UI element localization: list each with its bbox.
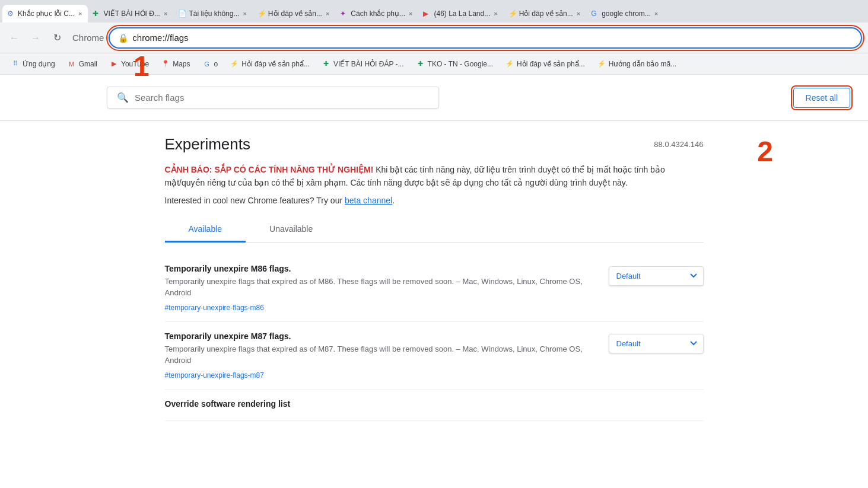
tab-favicon: G xyxy=(591,9,599,18)
beta-channel-link[interactable]: beta channel xyxy=(345,196,392,205)
flag-desc-m86: Temporarily unexpire flags that expired … xyxy=(165,276,597,299)
tab-item[interactable]: ✦ Cách khắc phụ... × xyxy=(335,5,418,23)
bookmark-label: Gmail xyxy=(79,60,97,68)
tab-item[interactable]: 📄 Tài liệu không... × xyxy=(173,5,252,23)
page-content: 🔍 Reset all Experiments 88.0.4324.146 CẢ… xyxy=(0,75,868,488)
lock-icon: 🔒 xyxy=(117,32,129,44)
experiments-header: Experiments 88.0.4324.146 xyxy=(165,135,704,154)
bookmark-label: TKO - TN - Google... xyxy=(428,60,493,68)
forward-button[interactable]: → xyxy=(27,30,44,46)
tab-favicon: 📄 xyxy=(178,9,186,18)
flag-name-override: Override software rendering list xyxy=(165,399,704,409)
address-bar-row: ← → ↻ Chrome 🔒 xyxy=(0,23,868,53)
tab-close-icon[interactable]: × xyxy=(325,9,330,18)
flag-name-m87: Temporarily unexpire M87 flags. xyxy=(165,331,597,341)
youtube-icon: ▶ xyxy=(109,59,119,69)
bookmarks-bar: ⠿ Ứng dụng M Gmail ▶ YouTube 📍 Maps G o … xyxy=(0,53,868,75)
tab-favicon: ⚡ xyxy=(508,9,517,18)
page-title: Experiments xyxy=(165,135,251,154)
top-bar: 🔍 Reset all xyxy=(0,75,868,121)
tabs-container: Available Unavailable xyxy=(165,217,704,243)
tab-favicon: ✚ xyxy=(93,9,101,18)
bookmark-hoidap1[interactable]: ⚡ Hỏi đáp về sản phẩ... xyxy=(225,57,314,71)
search-container: 🔍 xyxy=(107,87,439,109)
chrome-label: Chrome xyxy=(72,33,104,43)
bookmark-apps[interactable]: ⠿ Ứng dụng xyxy=(6,57,60,71)
maps-icon: 📍 xyxy=(161,59,170,69)
tko-icon: ✚ xyxy=(416,59,425,69)
tab-label: Cách khắc phụ... xyxy=(351,9,405,18)
tab-close-icon[interactable]: × xyxy=(77,9,83,18)
bookmark-label: Hướng dẫn bảo mã... xyxy=(609,60,676,68)
bookmark-maps[interactable]: 📍 Maps xyxy=(156,57,195,71)
flag-name-m86: Temporarily unexpire M86 flags. xyxy=(165,264,597,273)
bookmark-huongdan[interactable]: ⚡ Hướng dẫn bảo mã... xyxy=(592,57,681,71)
tab-close-icon[interactable]: × xyxy=(576,9,581,18)
tab-close-icon[interactable]: × xyxy=(408,9,414,18)
bookmark-tko[interactable]: ✚ TKO - TN - Google... xyxy=(411,57,498,71)
flag-info-m86: Temporarily unexpire M86 flags. Temporar… xyxy=(165,264,597,312)
tab-label: Tài liệu không... xyxy=(189,9,239,18)
bookmark-label: Hỏi đáp về sản phẩ... xyxy=(241,60,310,68)
flag-item-m87: Temporarily unexpire M87 flags. Temporar… xyxy=(165,322,704,390)
tab-label: Khắc phục lỗi C... xyxy=(18,9,75,18)
reload-button[interactable]: ↻ xyxy=(49,30,65,46)
annotation-2: 2 xyxy=(757,138,773,166)
reset-all-button[interactable]: Reset all xyxy=(793,88,850,108)
apps-icon: ⠿ xyxy=(11,59,20,69)
bookmark-gmail[interactable]: M Gmail xyxy=(62,57,102,71)
gmail-icon: M xyxy=(67,59,77,69)
flag-select-m86[interactable]: Default Enabled Disabled xyxy=(609,266,704,286)
tab-item[interactable]: ⚡ Hỏi đáp về sản... × xyxy=(504,5,586,23)
flag-link-m86[interactable]: #temporary-unexpire-flags-m86 xyxy=(165,304,264,312)
annotation-1: 1 xyxy=(133,52,150,81)
bookmark-label: VIẾT BÀI HỎI ĐÁP -... xyxy=(333,60,404,68)
active-tab[interactable]: ⚙ Khắc phục lỗi C... × xyxy=(2,5,88,23)
bookmark-viet1[interactable]: ✚ VIẾT BÀI HỎI ĐÁP -... xyxy=(317,57,409,71)
bookmark-label: Hỏi đáp về sản phẩ... xyxy=(517,60,585,68)
tab-label: (46) La La Land... xyxy=(434,9,490,18)
search-icon: 🔍 xyxy=(117,92,129,103)
hoidap1-icon: ⚡ xyxy=(230,59,239,69)
interested-prefix: Interested in cool new Chrome features? … xyxy=(165,196,345,205)
tab-available[interactable]: Available xyxy=(165,217,246,243)
back-button[interactable]: ← xyxy=(6,30,23,46)
bookmark-google[interactable]: G o xyxy=(198,57,223,71)
tab-item[interactable]: ⚡ Hỏi đáp về sản... × xyxy=(253,5,335,23)
address-field[interactable]: 🔒 xyxy=(109,27,862,49)
flag-item-m86: Temporarily unexpire M86 flags. Temporar… xyxy=(165,254,704,322)
viet1-icon: ✚ xyxy=(322,59,331,69)
flag-link-m87[interactable]: #temporary-unexpire-flags-m87 xyxy=(165,371,264,379)
flags-list: Temporarily unexpire M86 flags. Temporar… xyxy=(165,243,704,421)
bookmark-label: o xyxy=(214,60,218,68)
search-input[interactable] xyxy=(135,93,429,103)
google-icon: G xyxy=(202,59,212,69)
tab-label: VIẾT BÀI HỎI Đ... xyxy=(103,9,160,18)
tab-close-icon[interactable]: × xyxy=(163,9,168,18)
tab-close-icon[interactable]: × xyxy=(653,9,659,18)
experiments-section: Experiments 88.0.4324.146 CẢNH BÁO: SẮP … xyxy=(155,121,713,421)
flag-desc-m87: Temporarily unexpire flags that expired … xyxy=(165,343,597,366)
flag-item-override: Override software rendering list xyxy=(165,390,704,421)
warning-title: CẢNH BÁO: SẮP CÓ CÁC TÍNH NĂNG THỬ NGHIỆ… xyxy=(165,165,374,174)
tab-item[interactable]: G google chrom... × xyxy=(586,5,664,23)
tab-close-icon[interactable]: × xyxy=(492,9,498,18)
browser-tabs: ⚙ Khắc phục lỗi C... × ✚ VIẾT BÀI HỎI Đ.… xyxy=(0,0,868,23)
flag-control-m87[interactable]: Default Enabled Disabled xyxy=(609,331,704,353)
bookmark-label: Maps xyxy=(173,60,190,68)
bookmark-hoidap2[interactable]: ⚡ Hỏi đáp về sản phẩ... xyxy=(500,57,590,71)
tab-favicon: ▶ xyxy=(423,9,431,18)
tab-item[interactable]: ▶ (46) La La Land... × xyxy=(418,5,503,23)
url-input[interactable] xyxy=(132,33,854,43)
tab-close-icon[interactable]: × xyxy=(241,9,247,18)
version-label: 88.0.4324.146 xyxy=(654,140,703,149)
warning-block: CẢNH BÁO: SẮP CÓ CÁC TÍNH NĂNG THỬ NGHIỆ… xyxy=(165,163,704,190)
hoidap2-icon: ⚡ xyxy=(505,59,514,69)
tab-unavailable[interactable]: Unavailable xyxy=(246,217,336,243)
flag-control-m86[interactable]: Default Enabled Disabled xyxy=(609,264,704,286)
tab-item[interactable]: ✚ VIẾT BÀI HỎI Đ... × xyxy=(88,5,173,23)
tab-favicon: ✦ xyxy=(340,9,348,18)
flag-select-m87[interactable]: Default Enabled Disabled xyxy=(609,334,704,353)
tab-favicon: ⚡ xyxy=(257,9,266,18)
flag-info-m87: Temporarily unexpire M87 flags. Temporar… xyxy=(165,331,597,379)
